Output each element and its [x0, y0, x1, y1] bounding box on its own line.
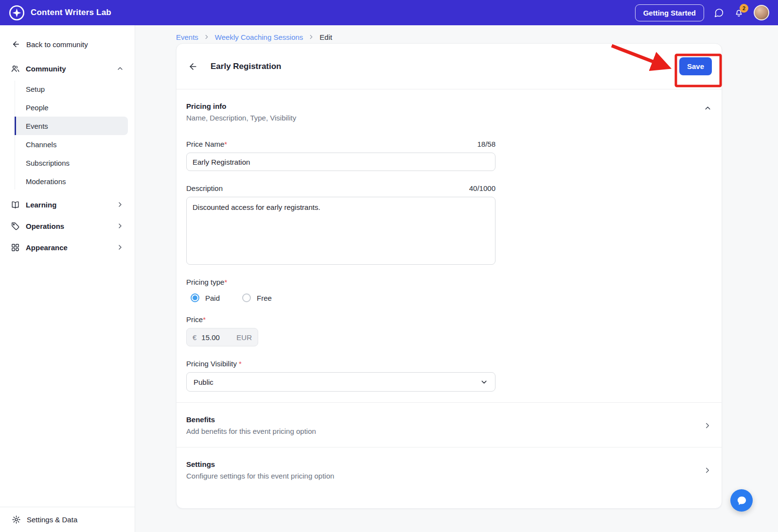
community-icon — [11, 64, 20, 73]
avatar[interactable] — [754, 5, 769, 20]
sidebar-section-operations[interactable]: Operations — [6, 216, 129, 236]
price-name-input[interactable] — [186, 153, 495, 171]
sidebar-section-label: Community — [26, 65, 66, 73]
radio-selected-icon — [191, 293, 199, 302]
sidebar-item-channels[interactable]: Channels — [15, 135, 128, 154]
required-marker: * — [224, 278, 227, 286]
breadcrumb-events-link[interactable]: Events — [176, 33, 198, 41]
currency-code: EUR — [236, 333, 252, 342]
sidebar-item-moderations[interactable]: Moderations — [15, 172, 128, 190]
price-name-label: Price Name* — [186, 140, 227, 148]
pricing-visibility-value: Public — [194, 378, 213, 386]
community-subitems: Setup People Events Channels Subscriptio… — [15, 80, 129, 190]
notifications-bell-icon[interactable]: 2 — [734, 8, 744, 18]
gear-icon — [12, 515, 21, 524]
chevron-right-icon — [703, 466, 712, 475]
free-radio-label: Free — [257, 294, 272, 302]
pricing-info-subtitle: Name, Description, Type, Visibility — [186, 114, 296, 122]
card-body: Pricing info Name, Description, Type, Vi… — [177, 89, 722, 508]
sidebar-section-appearance[interactable]: Appearance — [6, 237, 129, 257]
benefits-title: Benefits — [186, 415, 316, 424]
pricing-type-label: Pricing type* — [186, 278, 227, 286]
required-marker: * — [239, 360, 242, 368]
sidebar-section-learning[interactable]: Learning — [6, 194, 129, 215]
radio-unselected-icon — [242, 293, 251, 302]
chat-widget-button[interactable] — [730, 489, 753, 512]
settings-title: Settings — [186, 460, 334, 468]
pricing-type-options: Paid Free — [186, 293, 495, 302]
messages-icon[interactable] — [714, 8, 724, 18]
paid-radio-label: Paid — [205, 294, 220, 302]
sidebar-section-label: Appearance — [26, 243, 68, 252]
chevron-right-icon — [116, 222, 124, 230]
pricing-visibility-field: Pricing Visibility* Public — [186, 360, 495, 392]
required-marker: * — [203, 315, 206, 324]
page-title: Early Registration — [211, 62, 282, 71]
back-arrow-icon — [12, 40, 20, 49]
save-button[interactable]: Save — [679, 57, 712, 75]
sidebar-nav: Community Setup People Events Channels S… — [0, 54, 135, 257]
breadcrumb-current: Edit — [319, 33, 332, 41]
pricing-info-title: Pricing info — [186, 102, 296, 110]
sidebar-section-label: Operations — [26, 222, 64, 230]
chevron-right-icon — [703, 421, 712, 430]
sidebar-item-subscriptions[interactable]: Subscriptions — [15, 154, 128, 172]
price-value: 15.00 — [201, 333, 220, 342]
sidebar-item-people[interactable]: People — [15, 98, 128, 117]
back-to-community-link[interactable]: Back to community — [0, 25, 135, 54]
chevron-up-icon — [116, 65, 124, 72]
notification-badge: 2 — [740, 4, 748, 13]
collapse-chevron-up-icon[interactable] — [704, 102, 712, 112]
chat-bubble-icon — [736, 495, 747, 506]
learning-icon — [11, 200, 20, 209]
operations-icon — [11, 222, 20, 231]
appearance-icon — [11, 243, 20, 252]
breadcrumb-weekly-coaching-sessions-link[interactable]: Weekly Coaching Sessions — [215, 33, 303, 41]
price-input[interactable]: € 15.00 EUR — [186, 328, 258, 346]
brand[interactable]: Content Writers Lab — [9, 5, 111, 21]
price-field: Price* € 15.00 EUR — [186, 315, 495, 346]
chevron-right-icon — [116, 201, 124, 208]
settings-subtitle: Configure settings for this event pricin… — [186, 472, 334, 480]
benefits-subtitle: Add benefits for this event pricing opti… — [186, 427, 316, 435]
edit-pricing-card: Early Registration Save Pricing info Nam… — [176, 43, 722, 509]
back-to-community-label: Back to community — [26, 40, 88, 49]
free-radio-option[interactable]: Free — [242, 293, 272, 302]
sidebar-section-community[interactable]: Community — [6, 58, 129, 79]
pricing-info-section-header: Pricing info Name, Description, Type, Vi… — [186, 102, 712, 122]
pricing-visibility-select[interactable]: Public — [186, 372, 495, 392]
benefits-section-row[interactable]: Benefits Add benefits for this event pri… — [186, 403, 712, 447]
sidebar-item-setup[interactable]: Setup — [15, 80, 128, 98]
topbar: Content Writers Lab Getting Started 2 — [0, 0, 778, 25]
breadcrumb-separator-icon — [308, 34, 315, 40]
settings-and-data-label: Settings & Data — [27, 515, 77, 524]
sidebar-item-events[interactable]: Events — [15, 117, 128, 135]
price-name-field: Price Name* 18/58 — [186, 140, 495, 171]
app-logo-icon — [9, 5, 25, 21]
back-button[interactable] — [186, 60, 200, 73]
required-marker: * — [224, 140, 227, 148]
settings-and-data-link[interactable]: Settings & Data — [0, 507, 135, 532]
breadcrumb: Events Weekly Coaching Sessions Edit — [176, 25, 722, 42]
sidebar-section-label: Learning — [26, 201, 56, 209]
breadcrumb-separator-icon — [203, 34, 210, 40]
description-field: Description 40/1000 Discounted access fo… — [186, 184, 495, 265]
description-counter: 40/1000 — [469, 184, 495, 192]
sidebar: Back to community Community Setup People… — [0, 25, 135, 532]
chevron-down-icon — [480, 378, 488, 386]
settings-section-row[interactable]: Settings Configure settings for this eve… — [186, 447, 712, 480]
brand-name: Content Writers Lab — [31, 8, 111, 17]
paid-radio-option[interactable]: Paid — [191, 293, 220, 302]
description-textarea[interactable]: Discounted access for early registrants. — [186, 197, 495, 265]
pricing-visibility-label: Pricing Visibility* — [186, 360, 242, 368]
description-label: Description — [186, 184, 223, 192]
chevron-right-icon — [116, 243, 124, 251]
getting-started-button[interactable]: Getting Started — [635, 4, 704, 21]
card-header: Early Registration Save — [177, 44, 722, 89]
main-area: Events Weekly Coaching Sessions Edit Ear… — [135, 25, 778, 532]
price-label: Price* — [186, 315, 206, 324]
currency-symbol: € — [193, 333, 196, 342]
price-name-counter: 18/58 — [477, 140, 495, 148]
pricing-type-field: Pricing type* Paid Free — [186, 278, 495, 302]
